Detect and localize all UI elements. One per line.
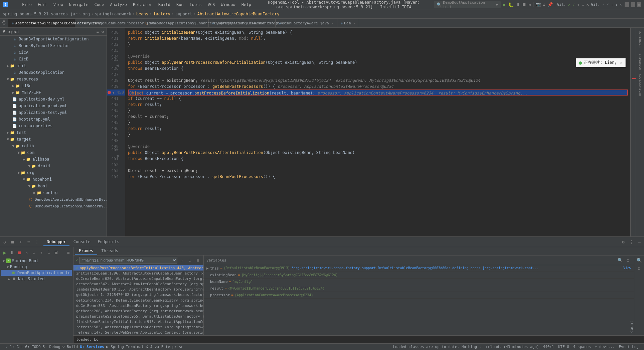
menu-build[interactable]: Build — [156, 2, 173, 8]
debug-step-out-btn[interactable]: ↑ — [38, 249, 45, 256]
tree-item-hopehomi[interactable]: ▼ 📁 hopehomi — [0, 176, 107, 183]
service-notstarted[interactable]: ▶ Not Started — [1, 276, 72, 282]
frame-1[interactable]: initializeBean:1796, AbstractAutowireCap… — [73, 271, 203, 276]
var-btn-1[interactable]: 🔍 — [636, 257, 643, 264]
git-check-5[interactable]: ✕ — [586, 2, 589, 7]
var-expand-this[interactable]: ▶ — [206, 266, 209, 271]
menu-view[interactable]: View — [51, 2, 66, 8]
run-button[interactable]: ▶ — [503, 1, 506, 8]
var-this[interactable]: ▶ this = {DefaultListableBeanFactory@391… — [204, 265, 634, 272]
toolbar-btn-2[interactable]: ⏹ — [522, 2, 526, 7]
service-running[interactable]: ▼ Running — [1, 264, 72, 270]
tree-item-metainf[interactable]: ▶ 📁 META-INF — [0, 89, 107, 96]
tab-demo-enhancer[interactable]: ⬡ DemoBootApplication$$EnhancerBySpringC… — [142, 19, 209, 28]
close-button[interactable]: ✕ — [637, 2, 641, 7]
sidebar-icon-2[interactable]: ⚙ — [102, 29, 104, 34]
frame-0[interactable]: ✓ applyBeanPostProcessorsBeforeInitializ… — [73, 265, 203, 271]
git-push-btn[interactable]: Git: ✓ ✓ ↑ ↓ ✕ — [591, 2, 622, 7]
debug-run-cursor-btn[interactable]: ⤵ — [45, 249, 52, 256]
side-bookmarks[interactable]: Bookmarks — [637, 52, 643, 72]
tree-item-resources[interactable]: ▼ 📁 resources — [0, 76, 107, 82]
java-enterprise-icon[interactable]: ⑆ Java Enterprise — [146, 345, 183, 349]
menu-vcs[interactable]: VCS — [205, 2, 218, 8]
toolbar-btn-6[interactable]: 📌 — [547, 2, 553, 7]
tree-item-app-prod[interactable]: 📄 application-prod.yml — [0, 103, 107, 109]
tree-item-util[interactable]: ▶ 📁 util — [0, 62, 107, 69]
breadcrumb-item-1[interactable]: org — [83, 12, 90, 16]
sidebar-icon-1[interactable]: ≡ — [97, 29, 99, 34]
service-demoboot[interactable]: DemoBootApplication-te — [1, 270, 72, 276]
tree-item-target[interactable]: ▼ 📁 target — [0, 136, 107, 143]
side-structure[interactable]: Structure — [637, 29, 643, 49]
debug-resume-btn[interactable]: ▶ — [1, 249, 8, 256]
tree-item-cica[interactable]: ☕ CicA — [0, 49, 107, 56]
var-beanname[interactable]: ▶ beanName = "myConfig" — [204, 279, 634, 285]
services-add-btn[interactable]: + — [17, 239, 24, 245]
todo-icon[interactable]: 6: TODO — [25, 345, 40, 349]
indent-label[interactable]: 4 spaces — [573, 345, 591, 349]
spring-bottom-icon[interactable]: ▶ Spring — [106, 345, 124, 349]
tree-item-com[interactable]: ▼ 📁 com — [0, 149, 107, 156]
menu-run[interactable]: Run — [174, 2, 186, 8]
breadcrumb-item-2[interactable]: springframework — [95, 12, 131, 16]
tree-item-test[interactable]: ▶ 📁 test — [0, 129, 107, 136]
tree-item-beansimport[interactable]: ☕ BeansByImportSelector — [0, 42, 107, 49]
tree-item-demoboot[interactable]: ☕ DemoBootApplication — [0, 69, 107, 76]
debug-button[interactable]: 🐛 — [508, 2, 514, 7]
subtab-threads[interactable]: Threads — [97, 247, 122, 255]
menu-analyze[interactable]: Analyze — [107, 2, 130, 8]
services-stop-btn[interactable]: ⏹ — [9, 239, 16, 245]
tab-debugger[interactable]: Debugger — [43, 238, 69, 246]
git-bottom-icon[interactable]: ⑂ 1: Git — [5, 345, 23, 349]
breadcrumb-item-4[interactable]: factory — [153, 12, 170, 16]
terminal-icon[interactable]: Terminal — [126, 345, 144, 349]
toolbar-btn-4[interactable]: 📷 — [535, 2, 541, 7]
debug-pause-btn[interactable]: ⏸ — [9, 249, 15, 256]
vcs-status[interactable]: ↑ dev:... — [595, 345, 615, 349]
var-link-this[interactable]: *org.springframework.beans.factory.suppo… — [291, 266, 539, 270]
maximize-button[interactable]: □ — [631, 2, 635, 7]
menu-file[interactable]: File — [19, 2, 34, 8]
git-check-3[interactable]: ↑ — [577, 2, 580, 7]
panel-settings-btn[interactable]: ⚙ — [620, 239, 627, 245]
frame-4[interactable]: lambda$doGetBean$0:335, AbstractBeanFact… — [73, 287, 203, 292]
tree-item-demo-enhancer2[interactable]: ⬡ DemoBootApplication$$EnhancerBy... — [0, 203, 107, 209]
debug-step-over-btn[interactable]: ↷ — [23, 249, 30, 256]
tree-item-cglib[interactable]: ▼ 📁 cglib — [0, 143, 107, 149]
frame-7[interactable]: doGetBean:333, AbstractBeanFactory (org.… — [73, 303, 203, 308]
git-check-2[interactable]: ✓ — [573, 2, 575, 7]
frame-6[interactable]: getSingleton:234, DefaultSingletonBeanRe… — [73, 298, 203, 303]
tree-item-app-test[interactable]: 📄 application-test.yml — [0, 109, 107, 116]
debug-step-in-btn[interactable]: ↓ — [31, 249, 37, 256]
tab-beanfactoryaware[interactable]: ☕ BeanFactoryAware.java ✕ — [276, 19, 337, 28]
thread-dropdown[interactable]: "main"@1 in group "main": RUNNING — [79, 257, 177, 264]
tree-item-runprops[interactable]: 📄 run.properties — [0, 123, 107, 129]
encoding-label[interactable]: UTF-8 — [558, 345, 569, 349]
frame-3[interactable]: createBean:542, AbstractAutowireCapableB… — [73, 281, 203, 287]
tree-item-alibaba[interactable]: ▶ 📁 alibaba — [0, 156, 107, 163]
frame-11[interactable]: refresh:583, AbstractApplicationContext … — [73, 325, 203, 330]
build-icon[interactable]: ⚙ Build — [62, 345, 78, 349]
debug-eval-btn[interactable]: 🖩 — [53, 249, 59, 256]
menu-refactor[interactable]: Refactor — [130, 2, 155, 8]
frame-2[interactable]: doCreateBean:620, AbstractAutowireCapabl… — [73, 276, 203, 281]
minimize-button[interactable]: — — [625, 2, 629, 7]
tree-item-config[interactable]: ▶ 📁 config — [0, 189, 107, 196]
toolbar-btn-3[interactable]: ↻ — [528, 2, 531, 7]
menu-navigate[interactable]: Navigate — [66, 2, 91, 8]
debug-filter-btn[interactable]: ≡ — [65, 249, 72, 256]
tree-item-org[interactable]: ▼ 📁 org — [0, 169, 107, 176]
menu-window[interactable]: Window — [218, 2, 238, 8]
breadcrumb-item-0[interactable]: spring-beans-5.3.21-sources.jar — [3, 12, 77, 16]
subtab-frames[interactable]: Frames — [75, 247, 97, 255]
tab-close-5[interactable]: ✕ — [332, 21, 334, 25]
toolbar-btn-1[interactable]: ⏸ — [516, 2, 520, 7]
tree-item-i18n[interactable]: ▶ 📁 i18n — [0, 82, 107, 89]
toolbar-btn-5[interactable]: ⚙ — [543, 2, 545, 7]
frame-12[interactable]: refresh:147, ServletWebServerApplication… — [73, 330, 203, 335]
tab-console[interactable]: Console — [70, 238, 94, 246]
thread-filter[interactable]: ≡ — [195, 257, 201, 264]
tab-config-enhancer[interactable]: ☕ ConfigurationClassEnhancer.java ✕ — [209, 19, 276, 28]
side-restservices[interactable]: RestServices — [637, 75, 643, 95]
tab-close-6[interactable]: ✕ — [353, 21, 355, 25]
